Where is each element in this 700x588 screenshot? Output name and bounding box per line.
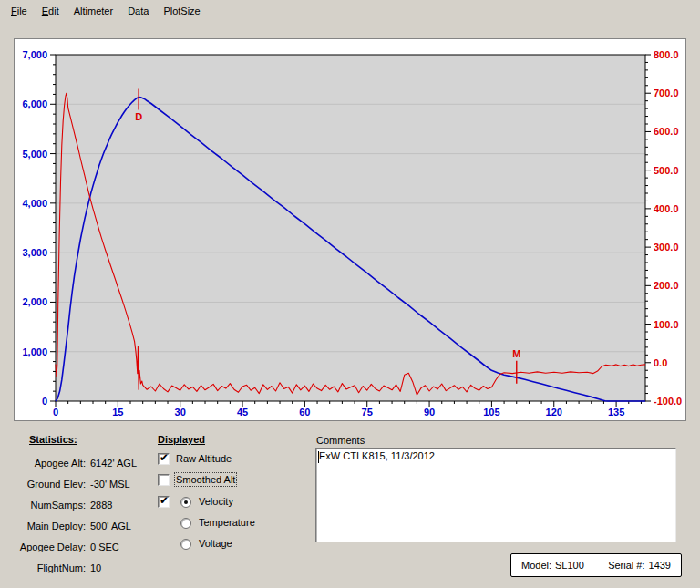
x-tick-label: 105 xyxy=(483,407,499,418)
y-right-tick-label: 500.0 xyxy=(654,165,679,176)
raw-altitude-label[interactable]: Raw Altitude xyxy=(176,453,232,464)
raw-altitude-checkbox[interactable]: ✔ xyxy=(158,453,170,465)
menu-item-altimeter[interactable]: Altimeter xyxy=(70,4,117,18)
serial-value: 1439 xyxy=(649,560,671,571)
statistics-header: Statistics: xyxy=(29,434,153,445)
stat-label: FlightNum: xyxy=(16,562,86,573)
comments-textarea[interactable] xyxy=(315,448,676,542)
voltage-label[interactable]: Voltage xyxy=(199,538,232,549)
menu-item-data[interactable]: Data xyxy=(124,4,152,18)
text-caret xyxy=(318,451,319,463)
x-tick-label: 120 xyxy=(546,407,562,418)
temperature-radio[interactable] xyxy=(180,518,191,529)
model-label: Model: xyxy=(521,560,551,571)
y-left-tick-label: 6,000 xyxy=(22,98,47,109)
menu-bar: FileEditAltimeterDataPlotSize xyxy=(0,0,700,22)
menu-item-file[interactable]: File xyxy=(7,4,31,18)
flight-plot-chart[interactable]: 015304560759010512013501,0002,0003,0004,… xyxy=(15,39,685,420)
stat-value: 0 SEC xyxy=(90,542,119,552)
menu-item-edit[interactable]: Edit xyxy=(38,4,63,18)
y-left-tick-label: 7,000 xyxy=(22,49,47,60)
y-right-tick-label: 200.0 xyxy=(654,280,679,291)
stat-value: 6142' AGL xyxy=(90,458,137,469)
velocity-radio[interactable] xyxy=(180,497,191,508)
smoothed-alt-label[interactable]: Smoothed Alt xyxy=(176,474,235,485)
y-right-tick-label: 100.0 xyxy=(654,319,679,330)
stat-label: Ground Elev: xyxy=(16,479,86,490)
stat-value: -30' MSL xyxy=(90,479,130,490)
stat-value: 500' AGL xyxy=(90,521,131,531)
radio-dot xyxy=(184,500,188,504)
model-serial-box: Model:SL100 Serial #:1439 xyxy=(510,553,682,577)
checkmark-icon: ✔ xyxy=(160,495,169,507)
x-tick-label: 45 xyxy=(237,407,248,418)
x-tick-label: 75 xyxy=(362,407,373,418)
y-right-tick-label: 0.0 xyxy=(654,357,667,368)
stat-row: FlightNum:10 xyxy=(16,562,180,575)
comments-label: Comments xyxy=(316,435,365,446)
x-tick-label: 90 xyxy=(424,407,435,418)
x-tick-label: 30 xyxy=(175,407,186,418)
x-tick-label: 0 xyxy=(53,407,58,418)
x-tick-label: 135 xyxy=(608,407,624,418)
y-right-tick-label: -100.0 xyxy=(654,396,682,407)
y-left-tick-label: 0 xyxy=(42,396,47,407)
plot-area[interactable] xyxy=(56,55,645,401)
voltage-radio[interactable] xyxy=(180,539,191,550)
smoothed-alt-checkbox[interactable] xyxy=(158,474,170,486)
stat-row: Apogee Delay:0 SEC xyxy=(16,542,180,554)
y-right-tick-label: 600.0 xyxy=(654,126,679,137)
stat-label: Main Deploy: xyxy=(16,521,86,531)
y-left-tick-label: 4,000 xyxy=(22,198,47,209)
y-left-tick-label: 3,000 xyxy=(22,247,47,258)
stat-row: Ground Elev:-30' MSL xyxy=(16,479,180,491)
y-right-tick-label: 400.0 xyxy=(654,203,679,214)
stat-value: 2888 xyxy=(90,500,112,511)
y-left-tick-label: 5,000 xyxy=(22,149,47,160)
temperature-label[interactable]: Temperature xyxy=(199,517,255,528)
velocity-label[interactable]: Velocity xyxy=(199,496,233,507)
model-value: SL100 xyxy=(555,560,584,571)
flight-plot-panel[interactable]: 015304560759010512013501,0002,0003,0004,… xyxy=(14,38,686,421)
serial-label: Serial #: xyxy=(608,560,644,571)
checkmark-icon: ✔ xyxy=(160,452,169,464)
x-tick-label: 60 xyxy=(299,407,310,418)
stat-row: NumSamps:2888 xyxy=(16,500,180,512)
stat-value: 10 xyxy=(90,562,101,573)
menu-item-plotsize[interactable]: PlotSize xyxy=(160,4,203,18)
event-marker-m-label: M xyxy=(512,348,520,359)
x-tick-label: 15 xyxy=(112,407,123,418)
displayed-section: Displayed ✔Raw AltitudeSmoothed Alt✔Velo… xyxy=(158,434,294,445)
stat-row: Apogee Alt:6142' AGL xyxy=(16,458,180,470)
y-right-tick-label: 300.0 xyxy=(654,242,679,253)
y-left-tick-label: 2,000 xyxy=(22,296,47,307)
y-right-tick-label: 700.0 xyxy=(654,88,679,98)
y-left-tick-label: 1,000 xyxy=(22,346,47,357)
stat-label: NumSamps: xyxy=(16,500,86,511)
displayed-header: Displayed xyxy=(158,434,294,445)
stat-label: Apogee Delay: xyxy=(16,542,86,552)
stat-label: Apogee Alt: xyxy=(16,458,86,469)
y-right-tick-label: 800.0 xyxy=(654,49,679,60)
statistics-section: Statistics: Apogee Alt:6142' AGLGround E… xyxy=(16,434,153,445)
altimeter-app-window: { "menu": { "items": [ {"label": "File",… xyxy=(0,0,700,588)
stat-row: Main Deploy:500' AGL xyxy=(16,521,180,533)
velocity-checkbox[interactable]: ✔ xyxy=(158,496,170,508)
event-marker-d-label: D xyxy=(135,111,142,122)
